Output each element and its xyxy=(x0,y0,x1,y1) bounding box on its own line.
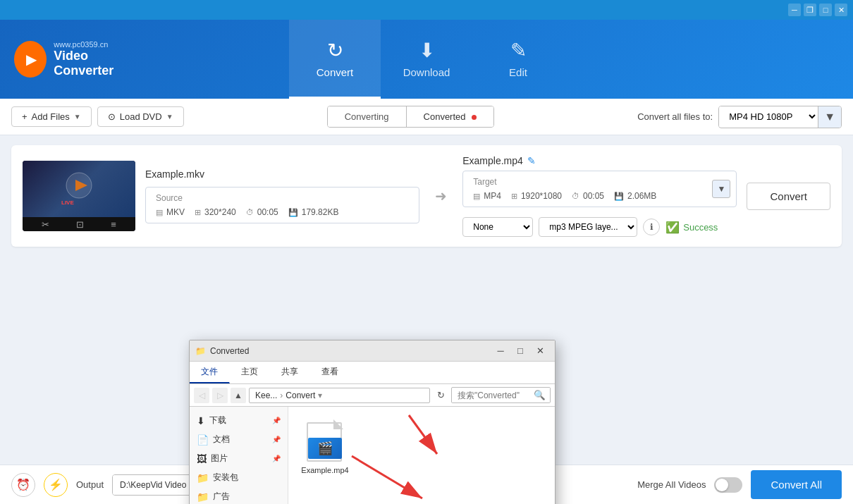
source-resolution-value: 320*240 xyxy=(204,207,236,217)
window-controls: ─ ❐ □ ✕ xyxy=(788,4,847,16)
target-duration: ⏱ 00:05 xyxy=(572,191,604,201)
nav-item-documents[interactable]: 📄 文档 📌 xyxy=(190,430,288,449)
cut-icon[interactable]: ✂ xyxy=(42,219,49,230)
app-header: www.pc0359.cn Video Converter ↻ Convert … xyxy=(0,20,853,99)
info-button[interactable]: ℹ xyxy=(643,219,660,235)
crop-icon[interactable]: ⊡ xyxy=(76,219,84,230)
file-list: 🎬 Example.mp4 xyxy=(297,415,546,479)
minimize-button[interactable]: ─ xyxy=(788,4,801,16)
settings-icon[interactable]: ≡ xyxy=(111,219,116,230)
download-icon: ⬇ xyxy=(419,39,435,62)
converted-dot xyxy=(472,115,477,120)
close-button[interactable]: ✕ xyxy=(835,4,847,16)
target-details: ▤ MP4 ⊞ 1920*1080 ⏱ 00:05 xyxy=(473,191,656,201)
explorer-body: ⬇ 下载 📌 📄 文档 📌 🖼 图片 📌 xyxy=(190,407,555,504)
source-filename-row: Example.mkv xyxy=(145,168,419,180)
ribbon-tab-home[interactable]: 主页 xyxy=(230,362,270,383)
source-duration: ⏱ 00:05 xyxy=(246,207,278,217)
source-size: 💾 179.82KB xyxy=(288,207,339,217)
search-button[interactable]: 🔍 xyxy=(529,388,550,402)
convert-all-button[interactable]: Convert All xyxy=(751,470,842,499)
file-size-icon: 💾 xyxy=(288,208,298,217)
thumbnail-graphic: LIVE xyxy=(58,168,100,210)
explorer-maximize-button[interactable]: □ xyxy=(511,343,529,359)
nav-item-installer[interactable]: 📁 安装包 xyxy=(190,468,288,487)
target-filename-row: Example.mp4 ✎ xyxy=(462,155,737,166)
load-dvd-arrow-icon: ▼ xyxy=(166,113,173,121)
target-film-icon: ▤ xyxy=(473,192,480,201)
maximize-button[interactable]: □ xyxy=(819,4,832,16)
explorer-title-label: Converted xyxy=(210,346,249,356)
schedule-button[interactable]: ⏰ xyxy=(11,473,35,497)
audio-select[interactable]: mp3 MPEG laye... xyxy=(539,217,637,237)
edit-filename-icon[interactable]: ✎ xyxy=(527,155,536,166)
add-files-arrow-icon: ▼ xyxy=(74,113,81,121)
target-format-arrow[interactable]: ▼ xyxy=(712,180,730,198)
ribbon-tab-files[interactable]: 文件 xyxy=(190,362,230,383)
source-box: Source ▤ MKV ⊞ 320*240 ⏱ xyxy=(145,187,419,223)
output-label: Output xyxy=(76,479,104,490)
nav-tabs: ↻ Convert ⬇ Download ✎ Edit xyxy=(141,20,712,99)
format-selector[interactable]: MP4 HD 1080P ▼ xyxy=(718,106,842,128)
source-format-value: MKV xyxy=(166,207,185,217)
tab-converting[interactable]: Converting xyxy=(328,106,407,127)
path-part-2: Convert xyxy=(286,391,315,400)
ribbon-tab-share[interactable]: 共享 xyxy=(270,362,310,383)
success-label: Success xyxy=(683,222,718,233)
nav-item-ads[interactable]: 📁 广告 xyxy=(190,487,288,504)
film-icon: ▤ xyxy=(156,208,163,217)
tab-converted[interactable]: Converted xyxy=(407,106,494,127)
list-item[interactable]: 🎬 Example.mp4 xyxy=(297,415,353,479)
app-logo xyxy=(14,41,47,78)
explorer-title-text: 📁 Converted xyxy=(195,346,491,356)
tab-edit[interactable]: ✎ Edit xyxy=(472,20,564,99)
tab-convert[interactable]: ↻ Convert xyxy=(289,20,381,99)
target-file-icon: 💾 xyxy=(614,192,624,201)
converting-label: Converting xyxy=(345,111,389,122)
search-input[interactable] xyxy=(452,388,529,402)
merge-toggle[interactable] xyxy=(714,477,742,493)
convert-all-to-label: Convert all files to: xyxy=(637,111,713,122)
load-dvd-label: Load DVD xyxy=(120,111,162,122)
plus-icon: + xyxy=(22,111,27,122)
explorer-minimize-button[interactable]: ─ xyxy=(491,343,510,359)
target-label: Target xyxy=(473,177,656,187)
target-size: 💾 2.06MB xyxy=(614,191,656,201)
ribbon-tab-view-label: 查看 xyxy=(321,367,338,376)
nav-item-pictures[interactable]: 🖼 图片 📌 xyxy=(190,449,288,468)
nav-item-downloads[interactable]: ⬇ 下载 📌 xyxy=(190,411,288,430)
thumbnail-preview: LIVE xyxy=(23,161,135,217)
speed-button[interactable]: ⚡ xyxy=(44,473,68,497)
format-select-arrow-icon[interactable]: ▼ xyxy=(818,106,841,128)
subtitle-select[interactable]: None xyxy=(462,217,533,237)
explorer-dialog: 📁 Converted ─ □ ✕ 文件 主页 共享 xyxy=(189,340,556,504)
tab-download[interactable]: ⬇ Download xyxy=(381,20,472,99)
explorer-window-controls: ─ □ ✕ xyxy=(491,343,549,359)
address-path[interactable]: Kee... › Convert ▾ xyxy=(249,388,430,403)
title-bar: ─ ❐ □ ✕ xyxy=(0,0,853,20)
convert-button[interactable]: Convert xyxy=(747,183,830,210)
back-button[interactable]: ◁ xyxy=(194,388,209,403)
convert-arrow-icon: ➜ xyxy=(429,188,453,204)
toolbar: + Add Files ▼ ⊙ Load DVD ▼ Converting Co… xyxy=(0,99,853,135)
refresh-button[interactable]: ↻ xyxy=(433,388,448,403)
file-icon-content: 🎬 xyxy=(308,438,342,459)
search-box: 🔍 xyxy=(451,387,551,403)
format-select-input[interactable]: MP4 HD 1080P xyxy=(719,106,818,127)
restore-button[interactable]: ❐ xyxy=(804,4,816,16)
app-window: ─ ❐ □ ✕ www.pc0359.cn Video Converter ↻ … xyxy=(0,0,853,504)
source-label: Source xyxy=(156,193,338,203)
explorer-close-button[interactable]: ✕ xyxy=(531,343,549,359)
add-files-label: Add Files xyxy=(32,111,70,122)
video-file-icon: 🎬 xyxy=(317,441,333,456)
add-files-button[interactable]: + Add Files ▼ xyxy=(11,106,92,127)
up-button[interactable]: ▲ xyxy=(231,388,246,403)
source-size-value: 179.82KB xyxy=(302,207,339,217)
tab-edit-label: Edit xyxy=(509,66,527,78)
forward-button[interactable]: ▷ xyxy=(212,388,228,403)
convert-button-area: Convert xyxy=(747,183,830,210)
ribbon-tab-view[interactable]: 查看 xyxy=(310,362,350,383)
app-name: Video Converter xyxy=(54,49,141,78)
load-dvd-button[interactable]: ⊙ Load DVD ▼ xyxy=(97,106,184,127)
converted-label: Converted xyxy=(424,111,466,122)
